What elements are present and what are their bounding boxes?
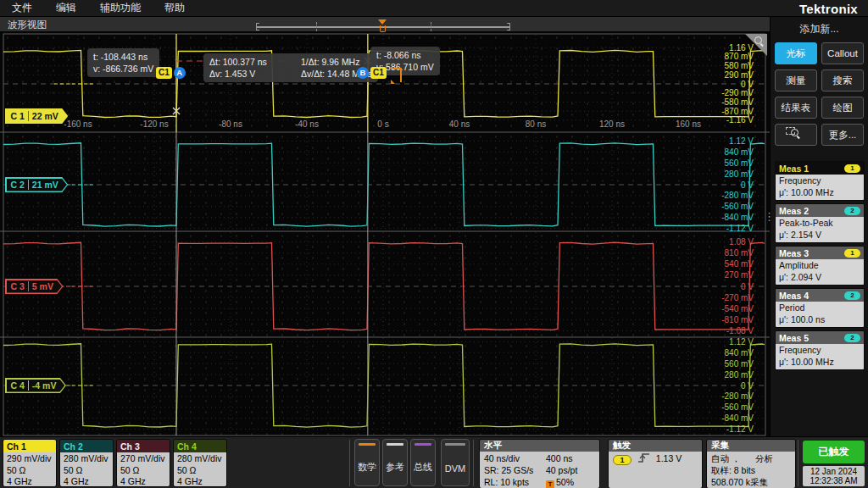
menu-bar: 文件 编辑 辅助功能 帮助 Tektronix	[0, 0, 868, 17]
waveform-view-titlebar: 波形视图	[0, 17, 770, 32]
band-c2: 1.12 V840 mV560 mV280 mV0 V-280 mV-560 m…	[3, 133, 765, 233]
channel-2-badge[interactable]: Ch 2 280 mV/div50 Ω4 GHz	[59, 439, 114, 487]
acquisition-panel[interactable]: 采集 自动 ，分析 取样: 8 bits 508.070 k采集	[706, 439, 796, 488]
time: 12:32:38 AM	[810, 476, 857, 486]
cursor-a-readout[interactable]: t: -108.443 ns v: -866.736 mV	[87, 48, 159, 77]
math-button[interactable]: 数学	[354, 439, 380, 486]
panel-resize-grip[interactable]: ⋮	[764, 214, 775, 219]
measure-button[interactable]: 测量	[775, 69, 817, 92]
dvm-button[interactable]: DVM	[441, 439, 470, 486]
v-axis-label: -280 mV	[721, 391, 754, 401]
cursor-a-voltage: v: -866.736 mV	[93, 63, 153, 75]
graticule-frame	[3, 34, 765, 435]
bus-button[interactable]: 总线	[410, 439, 436, 486]
meas-1-source-badge: 1	[844, 164, 860, 173]
band-c4: 1.12 V840 mV560 mV280 mV0 V-280 mV-560 m…	[3, 337, 765, 435]
v-axis-label: -1.12 V	[726, 224, 754, 233]
cursor-b-time: t: -8.066 ns	[376, 49, 434, 61]
trigger-graticule-marker-icon[interactable]	[392, 68, 402, 82]
meas-3-source-badge: 1	[844, 249, 860, 258]
cursor-a-flag[interactable]: C1 A	[156, 67, 187, 79]
v-axis-label: 560 mV	[725, 359, 754, 369]
divider	[798, 440, 798, 486]
minimap-right-bracket	[507, 23, 510, 30]
v-axis-label: 0 V	[741, 180, 754, 190]
v-axis-label: 1.08 V	[729, 237, 754, 247]
ref-color-bar	[387, 443, 403, 446]
more-button[interactable]: 更多...	[821, 124, 864, 146]
menu-edit[interactable]: 编辑	[44, 0, 88, 16]
menu-help[interactable]: 帮助	[153, 0, 197, 16]
reference-button[interactable]: 参考	[382, 439, 408, 486]
oscilloscope-app: 文件 编辑 辅助功能 帮助 Tektronix 波形视图 1.16 V870 m…	[0, 0, 868, 488]
trigger-position-marker-icon[interactable]	[378, 19, 387, 25]
trigger-position-handle-icon[interactable]	[380, 25, 386, 32]
channel-1-badge[interactable]: Ch 1 290 mV/div50 Ω4 GHz	[3, 439, 57, 487]
cursor-b-channel-chip: C1	[370, 67, 387, 79]
rising-edge-icon	[637, 452, 651, 463]
v-axis-label: 0 V	[741, 282, 754, 291]
v-axis-label: 1.12 V	[729, 136, 754, 146]
time-axis-label: 0 s	[377, 119, 388, 129]
v-axis-label: 0 V	[741, 381, 754, 391]
v-axis-label: -580 mV	[721, 97, 754, 107]
datetime-display: 12 Jan 2024 12:32:38 AM	[803, 466, 865, 486]
tektronix-logo: Tektronix	[799, 0, 858, 17]
channel-marker-c3[interactable]: C 35 mV	[5, 279, 63, 294]
meas-2-card[interactable]: Meas 22 Peak-to-Peakμ': 2.154 V	[775, 203, 865, 243]
waveform-graticule[interactable]: 1.16 V870 mV580 mV290 mV0 V-290 mV-580 m…	[0, 32, 770, 436]
callout-button[interactable]: Callout	[821, 42, 864, 64]
horizontal-panel[interactable]: 水平 40 ns/div400 ns SR: 25 GS/s40 ps/pt R…	[479, 439, 600, 488]
search-button[interactable]: 搜索	[821, 69, 864, 92]
horizontal-position-minimap[interactable]	[256, 23, 510, 30]
results-table-button[interactable]: 结果表	[775, 97, 817, 119]
zoom-tool-icon	[791, 129, 801, 141]
time-axis-label: -80 ns	[219, 119, 242, 129]
cursor-delta-readout[interactable]: Δt: 100.377 ns 1/Δt: 9.96 MHz Δv: 1.453 …	[203, 53, 378, 82]
trigger-panel[interactable]: 触发 1 1.13 V	[608, 439, 703, 488]
time-axis-label: -40 ns	[295, 119, 319, 129]
dvm-color-bar	[445, 443, 465, 446]
inverse-delta-t: 1/Δt: 9.96 MHz	[301, 56, 372, 68]
meas-2-source-badge: 2	[844, 207, 860, 215]
v-axis-label: -540 mV	[721, 304, 754, 313]
v-axis-label: 0 V	[741, 80, 754, 89]
v-axis-label: 1.12 V	[729, 337, 754, 347]
cursors-button[interactable]: 光标	[775, 42, 817, 64]
meas-4-card[interactable]: Meas 42 Periodμ': 100.0 ns	[775, 288, 865, 328]
channel-3-badge[interactable]: Ch 3 270 mV/div50 Ω4 GHz	[116, 439, 170, 487]
meas-1-card[interactable]: Meas 11 Frequencyμ': 10.00 MHz	[775, 161, 865, 201]
channel-marker-c2[interactable]: C 221 mV	[5, 177, 68, 192]
minimap-left-bracket	[256, 23, 259, 30]
trigger-position-icon: T	[546, 480, 554, 488]
channel-marker-c1[interactable]: C 122 mV	[5, 108, 68, 124]
menu-accessibility[interactable]: 辅助功能	[88, 0, 153, 16]
sidebar-button-grid: 光标 Callout 测量 搜索 结果表 绘图 更多...	[771, 42, 868, 146]
channel-4-badge[interactable]: Ch 4 280 mV/div50 Ω4 GHz	[173, 439, 227, 487]
v-axis-label: -840 mV	[721, 213, 754, 222]
trigger-status-button[interactable]: 已触发	[803, 441, 865, 463]
meas-5-card[interactable]: Meas 52 Frequencyμ': 10.00 MHz	[775, 330, 865, 370]
cursor-a-time: t: -108.443 ns	[93, 51, 153, 63]
time-axis-label: 120 ns	[599, 119, 625, 129]
menu-file[interactable]: 文件	[0, 0, 44, 16]
trigger-level: 1.13 V	[656, 453, 682, 463]
zoom-tool-button[interactable]	[775, 124, 817, 146]
delta-t: Δt: 100.377 ns	[209, 56, 289, 68]
magnifier-icon	[754, 36, 765, 47]
v-axis-label: -840 mV	[721, 413, 754, 423]
v-axis-label: -560 mV	[721, 202, 754, 211]
channel-marker-c4[interactable]: C 4-4 mV	[5, 378, 66, 393]
measurement-list: Meas 11 Frequencyμ': 10.00 MHz Meas 22 P…	[771, 161, 868, 370]
v-axis-label: 290 mV	[725, 70, 754, 80]
cursor-b-flag[interactable]: B C1	[355, 67, 387, 79]
plot-button[interactable]: 绘图	[821, 97, 864, 119]
minimap-tick	[316, 22, 317, 31]
v-axis-label: -1.12 V	[726, 424, 754, 434]
minimap-tick	[431, 22, 431, 31]
v-axis-label: -280 mV	[721, 191, 754, 200]
band-c3: 1.08 V810 mV540 mV270 mV0 V-270 mV-540 m…	[3, 232, 765, 336]
meas-3-card[interactable]: Meas 31 Amplitudeμ': 2.094 V	[775, 246, 865, 286]
divider	[349, 440, 350, 486]
time-axis-label: -160 ns	[64, 119, 92, 129]
